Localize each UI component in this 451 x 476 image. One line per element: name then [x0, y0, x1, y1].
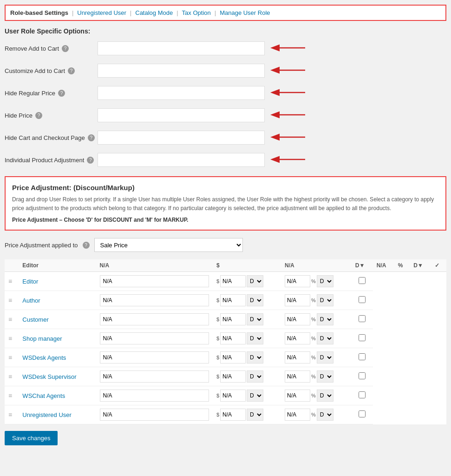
input-na1-6[interactable] [100, 390, 209, 402]
input-na2-5[interactable] [285, 370, 310, 383]
checkbox-5[interactable] [359, 372, 366, 379]
select-dm2-1[interactable]: DM [317, 294, 333, 306]
checkbox-7[interactable] [359, 410, 366, 417]
select-dm1-3[interactable]: DM [247, 332, 263, 344]
cell-role-3: Shop manager [19, 329, 96, 348]
select-dm1-5[interactable]: DM [247, 370, 263, 383]
input-price1-4[interactable] [220, 351, 246, 364]
input-individual-product-adjustment[interactable] [98, 153, 265, 167]
drag-handle-5[interactable]: ≡ [8, 373, 12, 380]
input-na1-3[interactable] [100, 332, 209, 344]
input-na2-4[interactable] [285, 351, 310, 364]
cell-drag-3: ≡ [5, 329, 19, 348]
checkbox-1[interactable] [359, 296, 366, 303]
input-na1-5[interactable] [100, 370, 209, 383]
select-dm1-1[interactable]: DM [247, 294, 263, 306]
drag-handle-0[interactable]: ≡ [8, 278, 12, 285]
input-na1-7[interactable] [100, 409, 209, 421]
help-icon-customize-add-to-cart[interactable]: ? [68, 67, 75, 74]
field-row-remove-add-to-cart: Remove Add to Cart ? [5, 41, 446, 55]
dollar-sign-1: $ [216, 298, 219, 303]
cell-drag-5: ≡ [5, 367, 19, 386]
drag-handle-6[interactable]: ≡ [8, 392, 12, 399]
input-na1-0[interactable] [100, 275, 209, 287]
input-price1-1[interactable] [220, 294, 246, 306]
tab-manage-user-role[interactable]: Manage User Role [220, 9, 270, 16]
select-dm2-0[interactable]: DM [317, 275, 333, 287]
checkbox-0[interactable] [359, 277, 366, 284]
input-hide-regular-price[interactable] [98, 86, 265, 100]
cell-role-6: WSChat Agents [19, 386, 96, 405]
cell-drag-1: ≡ [5, 291, 19, 310]
input-na2-3[interactable] [285, 332, 310, 344]
drag-handle-2[interactable]: ≡ [8, 316, 12, 323]
table-row: ≡ WSDesk Supervisor $ DM [5, 367, 446, 386]
dollar-sign-6: $ [216, 393, 219, 398]
th-na1: N/A [96, 259, 213, 272]
help-icon-hide-price[interactable]: ? [35, 112, 42, 119]
help-icon-hide-regular-price[interactable]: ? [58, 90, 65, 97]
help-icon-individual-product-adjustment[interactable]: ? [87, 157, 94, 164]
cell-na2-0: % DM [281, 272, 352, 291]
select-dm1-6[interactable]: DM [247, 390, 263, 402]
tab-unregistered-user[interactable]: Unregistered User [77, 9, 126, 16]
input-price1-5[interactable] [220, 370, 246, 383]
input-hide-cart-checkout[interactable] [98, 131, 265, 145]
input-na2-6[interactable] [285, 390, 310, 402]
input-hide-price[interactable] [98, 108, 265, 122]
input-na1-4[interactable] [100, 351, 209, 364]
save-button[interactable]: Save changes [5, 431, 58, 445]
input-price1-6[interactable] [220, 390, 246, 402]
select-dm2-2[interactable]: DM [317, 313, 333, 325]
checkbox-3[interactable] [359, 334, 366, 341]
pct-sign-0: % [311, 278, 316, 284]
input-customize-add-to-cart[interactable] [98, 64, 265, 78]
input-price1-2[interactable] [220, 313, 246, 325]
help-icon-applied-to[interactable]: ? [83, 242, 90, 249]
select-dm2-3[interactable]: DM [317, 332, 333, 344]
help-icon-remove-add-to-cart[interactable]: ? [62, 45, 69, 52]
cell-check-3 [352, 329, 373, 348]
input-na1-2[interactable] [100, 313, 209, 325]
select-dm2-4[interactable]: DM [317, 351, 333, 364]
select-dm1-2[interactable]: DM [247, 313, 263, 325]
nav-sep-2: | [130, 9, 131, 16]
drag-handle-3[interactable]: ≡ [8, 335, 12, 342]
input-na2-0[interactable] [285, 275, 310, 287]
checkbox-4[interactable] [359, 353, 366, 360]
tab-role-based-settings[interactable]: Role-based Settings [10, 9, 68, 16]
input-price1-3[interactable] [220, 332, 246, 344]
input-remove-add-to-cart[interactable] [98, 41, 265, 55]
input-na2-2[interactable] [285, 313, 310, 325]
select-dm1-4[interactable]: DM [247, 351, 263, 364]
input-na1-1[interactable] [100, 294, 209, 306]
table-row: ≡ Unregistered User $ DM [5, 405, 446, 424]
select-dm2-6[interactable]: DM [317, 390, 333, 402]
dollar-sign-5: $ [216, 374, 219, 379]
checkbox-2[interactable] [359, 315, 366, 322]
role-name-4: WSDesk Agents [22, 354, 66, 361]
input-na2-7[interactable] [285, 409, 310, 421]
dollar-sign-3: $ [216, 336, 219, 341]
tab-tax-option[interactable]: Tax Option [182, 9, 211, 16]
drag-handle-1[interactable]: ≡ [8, 297, 12, 304]
cell-check-7 [352, 405, 373, 424]
pct-sign-6: % [311, 393, 316, 398]
drag-handle-4[interactable]: ≡ [8, 354, 12, 361]
help-icon-hide-cart-checkout[interactable]: ? [88, 134, 95, 141]
input-na2-1[interactable] [285, 294, 310, 306]
select-dm1-0[interactable]: DM [247, 275, 263, 287]
price-adjustment-box: Price Adjustment: (Discount/Markup) Drag… [5, 176, 446, 231]
applied-to-select[interactable]: Sale Price Regular Price [94, 238, 243, 252]
drag-handle-7[interactable]: ≡ [8, 411, 12, 418]
select-dm2-5[interactable]: DM [317, 370, 333, 383]
nav-sep-1: | [72, 9, 73, 16]
checkbox-6[interactable] [359, 391, 366, 398]
input-price1-7[interactable] [220, 409, 246, 421]
select-dm2-7[interactable]: DM [317, 409, 333, 421]
table-row: ≡ Shop manager $ DM % [5, 329, 446, 348]
select-dm1-7[interactable]: DM [247, 409, 263, 421]
cell-drag-7: ≡ [5, 405, 19, 424]
tab-catalog-mode[interactable]: Catalog Mode [135, 9, 173, 16]
input-price1-0[interactable] [220, 275, 246, 287]
